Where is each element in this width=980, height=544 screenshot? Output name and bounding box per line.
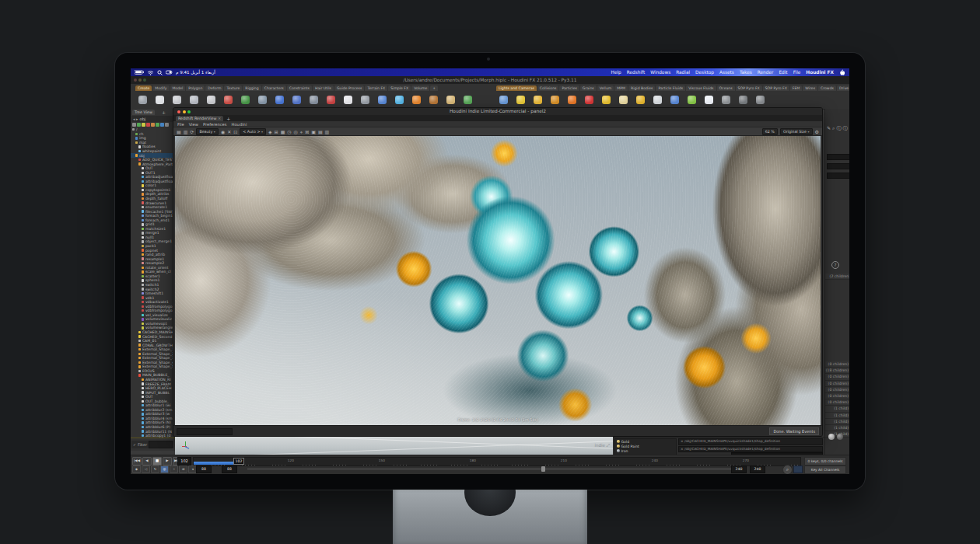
- realtime-toggle[interactable]: ◆: [132, 466, 141, 473]
- shelf-tab[interactable]: Simple FX: [388, 85, 411, 91]
- shelf-tool-terrain-icon[interactable]: [464, 96, 472, 104]
- shelf-tool-wood-ball-icon[interactable]: [429, 96, 438, 104]
- shelf-tool-clamp-icon[interactable]: [739, 96, 747, 104]
- shelf-tool-bell-icon[interactable]: [585, 96, 593, 104]
- battery-icon[interactable]: [135, 70, 144, 75]
- shelf-tool-metaball-icon[interactable]: [361, 96, 369, 104]
- tree-filter-dot-icon[interactable]: [156, 123, 159, 127]
- shelf-tool-pin-icon[interactable]: [568, 96, 576, 104]
- shelf-tab[interactable]: Deform: [205, 85, 223, 91]
- render-menu-item[interactable]: Houdini: [232, 121, 247, 127]
- path-crumb[interactable]: obj: [140, 116, 146, 122]
- mac-menu-item[interactable]: Takes: [740, 70, 752, 75]
- copy-icon[interactable]: ▣: [311, 128, 316, 135]
- shelf-tab[interactable]: Texture: [224, 85, 242, 91]
- mac-menu-item[interactable]: Edit: [779, 70, 787, 75]
- mac-menu-item[interactable]: Render: [758, 70, 774, 75]
- mac-menu-item[interactable]: Windows: [650, 70, 670, 75]
- panel-icon[interactable]: ✎: [827, 124, 831, 131]
- playhead[interactable]: 102: [233, 458, 245, 465]
- shelf-tab[interactable]: Particle Fluids: [656, 85, 685, 91]
- timeline-ruler[interactable]: 102 120150180210240270: [193, 457, 801, 466]
- zoom-window-button[interactable]: [187, 110, 191, 113]
- timeline-zoom-button[interactable]: ⌕: [782, 465, 793, 474]
- filter-check-icon[interactable]: ✓: [133, 443, 136, 447]
- snapshot-icon[interactable]: ◉: [221, 128, 225, 135]
- shelf-tab[interactable]: Particles: [559, 85, 579, 91]
- shelf-tool-torus-icon[interactable]: [190, 96, 198, 104]
- mac-menu-item[interactable]: File: [793, 70, 801, 75]
- panel-icon[interactable]: ⌕: [832, 124, 835, 131]
- shelf-tool-arm-icon[interactable]: [670, 96, 679, 104]
- play-button[interactable]: ▶: [163, 457, 172, 466]
- gear-icon[interactable]: ⚙: [815, 128, 819, 135]
- step-back-button[interactable]: ◀: [142, 457, 152, 466]
- shelf-tool-draw-curve-icon[interactable]: [241, 96, 250, 104]
- shelf-tool-curve-icon[interactable]: [224, 96, 233, 104]
- shelf-tool-hammer-icon[interactable]: [551, 96, 559, 104]
- stop-button[interactable]: ■: [152, 457, 162, 466]
- apple-logo-icon[interactable]: [839, 69, 845, 75]
- lock-icon[interactable]: ◈: [268, 128, 272, 135]
- range-start2-field[interactable]: 88: [222, 466, 237, 473]
- shelf-tab[interactable]: FEM: [790, 85, 803, 91]
- panel-icon[interactable]: ⓘ: [836, 124, 841, 131]
- switcher-icon[interactable]: [166, 70, 173, 75]
- current-frame-field[interactable]: 102: [177, 457, 191, 466]
- tree-filter-dot-icon[interactable]: [146, 123, 150, 127]
- shelf-tab[interactable]: Lights and Cameras: [496, 85, 537, 91]
- pass-dropdown[interactable]: Beauty ▾: [196, 128, 219, 135]
- range-start-field[interactable]: 88: [196, 466, 212, 473]
- shelf-tool-eraser-icon[interactable]: [327, 96, 335, 104]
- mac-menu-item[interactable]: Redshift: [627, 70, 646, 75]
- shelf-tool-circle-icon[interactable]: [258, 96, 267, 104]
- crop-icon[interactable]: ⊡: [233, 128, 237, 135]
- shelf-tab[interactable]: Create: [135, 85, 152, 91]
- sphere-preview-icon[interactable]: [828, 434, 835, 440]
- add-tab-button[interactable]: +: [225, 116, 232, 121]
- shelf-tab[interactable]: Oceans: [717, 85, 735, 91]
- shop-path-row[interactable]: × /obj/CACHED_MAINSHAPE/uvquickshade1/sh…: [678, 438, 823, 445]
- shelf-tool-box-icon[interactable]: [138, 96, 147, 104]
- shelf-tool-wireframe-icon[interactable]: [378, 96, 387, 104]
- range-slider-track[interactable]: [247, 469, 745, 469]
- tree-filter-dot-icon[interactable]: [165, 123, 169, 127]
- zoom-spinner[interactable]: 62 %: [762, 128, 778, 135]
- jump-start-button[interactable]: |◀◀: [132, 457, 142, 466]
- folder-icon[interactable]: ▥: [184, 128, 188, 135]
- sphere-preview-icon[interactable]: [837, 434, 843, 440]
- tab-redshift-renderview[interactable]: Redshift RenderView ×: [176, 116, 223, 121]
- mac-menu-item[interactable]: Houdini FX: [806, 70, 834, 75]
- mac-menu-item[interactable]: Radial: [676, 70, 690, 75]
- tree-filter-dot-icon[interactable]: [142, 123, 145, 127]
- range-end-field[interactable]: 240: [731, 466, 747, 473]
- shelf-tab[interactable]: SOP Pyro FX: [763, 85, 789, 91]
- nav-arrows[interactable]: ◂ ▸: [133, 116, 138, 122]
- panel-icon[interactable]: ▤: [318, 128, 323, 135]
- shelf-tool-droplet-icon[interactable]: [636, 96, 645, 104]
- close-window-button[interactable]: [177, 110, 180, 113]
- clock-icon[interactable]: ◷: [287, 128, 291, 135]
- shop-path-row[interactable]: × /obj/CACHED_MAINSHAPE/uvquickshade1/sh…: [678, 446, 823, 453]
- shelf-tab[interactable]: Constraints: [287, 85, 312, 91]
- shelf-tab[interactable]: Characters: [262, 85, 286, 91]
- shelf-tool-grid-icon[interactable]: [207, 96, 215, 104]
- keys-summary-dropdown[interactable]: 0 keys, 0/0 channels: [804, 457, 846, 466]
- shelf-tool-tube-icon[interactable]: [173, 96, 181, 104]
- shelf-tab[interactable]: Polygon: [186, 85, 205, 91]
- shelf-tool-pen-icon[interactable]: [292, 96, 301, 104]
- shelf-tab[interactable]: Modify: [152, 85, 169, 91]
- save-icon[interactable]: ▤: [177, 128, 181, 135]
- render-menu-item[interactable]: File: [177, 121, 184, 127]
- mini-graph-icon[interactable]: [793, 466, 803, 473]
- center-icon[interactable]: ⌖: [300, 128, 303, 135]
- layout-icon[interactable]: ▥: [325, 128, 330, 135]
- fit-icon[interactable]: ⊠: [305, 128, 309, 135]
- shelf-tool-paint-icon[interactable]: [412, 96, 421, 104]
- mac-menu-item[interactable]: Desktop: [695, 70, 714, 75]
- parameter-field[interactable]: [827, 154, 849, 160]
- grid-icon[interactable]: ⊞: [275, 128, 278, 135]
- shelf-tool-bezier-icon[interactable]: [275, 96, 284, 104]
- dopnet-toggle[interactable]: ◎: [160, 466, 169, 473]
- target-icon[interactable]: ◎: [294, 128, 298, 135]
